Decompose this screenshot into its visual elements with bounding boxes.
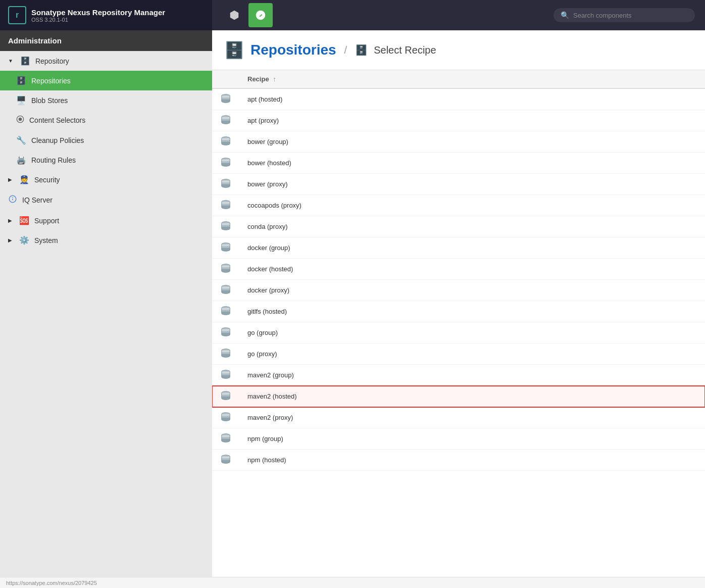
table-row[interactable]: docker (group) [212, 237, 705, 259]
table-row[interactable]: maven2 (proxy) [212, 407, 705, 428]
arrow-icon: ▶ [8, 177, 12, 182]
sidebar-item-repositories[interactable]: 🗄️ Repositories [0, 71, 212, 90]
sidebar-item-routing-rules[interactable]: 🖨️ Routing Rules [0, 150, 212, 170]
search-bar[interactable]: 🔍 [553, 8, 695, 22]
app-version: OSS 3.20.1-01 [31, 17, 165, 23]
topbar-nav: 🔍 [212, 0, 705, 30]
row-icon-cell [212, 344, 239, 365]
row-icon-cell [212, 237, 239, 259]
table-row[interactable]: npm (hosted) [212, 450, 705, 471]
table-row[interactable]: cocoapods (proxy) [212, 195, 705, 216]
row-label-cell: maven2 (hosted) [239, 386, 705, 407]
db-row-icon [220, 284, 231, 295]
table-row[interactable]: docker (proxy) [212, 280, 705, 301]
statusbar-text: https://sonatype.com/nexus/2079425 [6, 580, 97, 586]
sidebar-item-iq-server[interactable]: IQ Server [0, 189, 212, 211]
admin-nav-button[interactable] [248, 3, 273, 27]
row-label-cell: npm (hosted) [239, 450, 705, 471]
db-row-icon [220, 220, 231, 231]
sidebar-item-label: Blob Stores [31, 96, 68, 105]
sidebar-item-blob-stores[interactable]: 🖥️ Blob Stores [0, 90, 212, 110]
brand-section: r Sonatype Nexus Repository Manager OSS … [0, 0, 212, 30]
row-label-cell: bower (proxy) [239, 174, 705, 195]
row-label-cell: gitlfs (hosted) [239, 301, 705, 322]
db-row-icon [220, 114, 231, 125]
row-icon-cell [212, 386, 239, 407]
row-label-cell: go (proxy) [239, 344, 705, 365]
db-row-icon [220, 263, 231, 274]
table-row[interactable]: npm (group) [212, 428, 705, 450]
db-row-icon [220, 369, 231, 380]
row-icon-cell [212, 301, 239, 322]
table-row[interactable]: apt (hosted) [212, 88, 705, 110]
db-row-icon [220, 305, 231, 316]
row-label-cell: cocoapods (proxy) [239, 195, 705, 216]
row-label-cell: docker (group) [239, 237, 705, 259]
table-row[interactable]: bower (proxy) [212, 174, 705, 195]
row-label-cell: docker (proxy) [239, 280, 705, 301]
row-icon-cell [212, 280, 239, 301]
security-icon: 👮 [19, 175, 29, 184]
row-icon-cell [212, 153, 239, 174]
db-icon: 🗄️ [20, 56, 30, 66]
sidebar-item-label: System [34, 236, 58, 244]
logo-letter: r [16, 11, 19, 20]
db-row-icon [220, 135, 231, 146]
row-label-cell: go (group) [239, 322, 705, 344]
search-input[interactable] [573, 12, 688, 19]
selector-icon [16, 115, 24, 125]
table-row[interactable]: gitlfs (hosted) [212, 301, 705, 322]
sidebar-item-label: Content Selectors [29, 116, 85, 124]
sidebar-item-label: Repositories [31, 77, 71, 85]
row-label-cell: maven2 (proxy) [239, 407, 705, 428]
sidebar-item-cleanup-policies[interactable]: 🔧 Cleanup Policies [0, 130, 212, 150]
sidebar: Administration ▼ 🗄️ Repository 🗄️ Reposi… [0, 30, 212, 577]
row-label-cell: npm (group) [239, 428, 705, 450]
app-title: Sonatype Nexus Repository Manager [31, 8, 165, 17]
sidebar-section-header: Administration [0, 30, 212, 51]
sidebar-item-label: IQ Server [22, 196, 53, 204]
browse-nav-button[interactable] [222, 3, 246, 27]
sidebar-item-repository[interactable]: ▼ 🗄️ Repository [0, 51, 212, 71]
table-row[interactable]: maven2 (hosted) [212, 386, 705, 407]
table-row[interactable]: bower (hosted) [212, 153, 705, 174]
sidebar-item-support[interactable]: ▶ 🆘 Support [0, 211, 212, 230]
db-row-icon [220, 199, 231, 210]
sidebar-item-label: Repository [35, 57, 69, 65]
cleanup-icon: 🔧 [16, 135, 26, 145]
svg-point-1 [19, 118, 22, 121]
sidebar-item-security[interactable]: ▶ 👮 Security [0, 170, 212, 189]
sidebar-item-system[interactable]: ▶ ⚙️ System [0, 230, 212, 250]
recipe-column-header: Recipe ↑ [239, 70, 705, 88]
row-icon-cell [212, 195, 239, 216]
repos-icon: 🗄️ [16, 76, 26, 85]
sidebar-item-label: Security [34, 176, 60, 184]
statusbar: https://sonatype.com/nexus/2079425 [0, 577, 705, 588]
table-row[interactable]: bower (group) [212, 131, 705, 153]
search-icon: 🔍 [561, 11, 569, 19]
row-label-cell: bower (hosted) [239, 153, 705, 174]
page-title: Repositories [250, 42, 336, 58]
sidebar-item-label: Routing Rules [31, 156, 76, 164]
table-row[interactable]: go (group) [212, 322, 705, 344]
row-icon-cell [212, 365, 239, 386]
row-icon-cell [212, 131, 239, 153]
sidebar-item-content-selectors[interactable]: Content Selectors [0, 110, 212, 130]
table-row[interactable]: docker (hosted) [212, 259, 705, 280]
table-row[interactable]: conda (proxy) [212, 216, 705, 237]
sidebar-item-label: Support [34, 217, 59, 225]
row-label-cell: apt (hosted) [239, 88, 705, 110]
row-icon-cell [212, 259, 239, 280]
row-icon-cell [212, 174, 239, 195]
table-row[interactable]: go (proxy) [212, 344, 705, 365]
db-row-icon [220, 93, 231, 104]
row-label-cell: docker (hosted) [239, 259, 705, 280]
db-row-icon [220, 411, 231, 422]
table-row[interactable]: apt (proxy) [212, 110, 705, 131]
db-row-icon [220, 178, 231, 189]
table-row[interactable]: maven2 (group) [212, 365, 705, 386]
sort-icon: ↑ [273, 75, 276, 83]
row-icon-cell [212, 88, 239, 110]
db-row-icon [220, 241, 231, 253]
db-row-icon [220, 157, 231, 168]
